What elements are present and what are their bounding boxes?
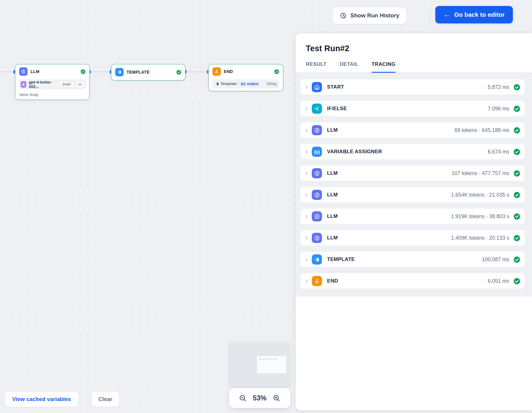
trace-row-end[interactable]: END 6.051 ms [300,273,525,289]
trace-row-llm-1[interactable]: LLM 69 tokens · 645.188 ms [300,122,525,138]
llm-icon [312,168,322,178]
trace-row-meta: 6.674 ms [488,149,509,155]
success-check-icon [513,256,520,263]
chevron-right-icon[interactable] [304,149,309,154]
llm-node-icon [19,67,28,76]
chevron-right-icon[interactable] [304,214,309,219]
trace-row-llm-4[interactable]: LLM 1.919K tokens · 38.803 s [300,209,525,224]
back-arrow-icon: ← [443,11,450,18]
show-run-history-label: Show Run History [350,12,399,19]
node-llm[interactable]: LLM ✻ gpt-4-turbo-202... CHAT Write Body [15,64,90,100]
edge-template-end [186,72,208,72]
template-icon [312,254,322,265]
trace-row-meta: 6.051 ms [488,278,509,284]
llm-icon [312,125,322,135]
zoom-controls: 53% [229,388,290,408]
trace-row-label: LLM [327,235,451,241]
trace-row-llm-5[interactable]: LLM 1.409K tokens · 20.133 s [300,230,525,246]
start-icon [312,82,322,92]
success-check-icon [513,127,520,134]
chevron-right-icon[interactable] [304,85,309,90]
trace-row-meta: 1.919K tokens · 38.803 s [451,213,509,220]
success-check-icon [513,278,520,285]
success-check-icon [513,192,520,198]
topbar-divider [430,10,430,21]
chevron-right-icon[interactable] [304,192,309,198]
view-cached-variables-label: View cached variables [12,396,71,403]
run-result-panel: Test Run#2 RESULT DETAIL TRACING START 5… [296,33,532,410]
canvas-minimap[interactable] [229,342,290,386]
llm-node-title: LLM [31,69,77,74]
trace-row-start[interactable]: START 5.872 ms [300,79,525,95]
trace-row-llm-2[interactable]: LLM 107 tokens · 477.757 ms [300,165,525,181]
template-node-icon [115,68,124,76]
tab-result[interactable]: RESULT [306,61,326,73]
trace-row-label: TEMPLATE [327,256,482,262]
end-var-type: String [267,82,276,86]
trace-row-meta: 100.087 ms [482,256,509,263]
trace-row-meta: 7.096 ms [488,106,509,112]
run-history-clock-icon [340,12,347,19]
template-success-icon [176,70,181,75]
chevron-right-icon[interactable] [304,257,309,262]
trace-row-llm-3[interactable]: LLM 1.654K tokens · 21.035 s [300,187,525,203]
show-run-history-button[interactable]: Show Run History [333,7,406,24]
tracing-list: START 5.872 ms IF/ELSE 7.096 ms LLM 69 t… [296,73,532,297]
view-cached-variables-button[interactable]: View cached variables [5,392,78,407]
go-back-label: Go back to editor [454,11,505,18]
llm-success-icon [80,69,86,74]
panel-tabs: RESULT DETAIL TRACING [296,61,532,73]
end-icon [312,276,322,286]
trace-row-meta: 1.409K tokens · 20.133 s [451,235,509,241]
success-check-icon [513,148,520,155]
chevron-right-icon[interactable] [304,279,309,284]
chevron-right-icon[interactable] [304,236,309,241]
minimap-viewport[interactable] [257,356,286,373]
go-back-to-editor-button[interactable]: ← Go back to editor [435,6,513,23]
minimap-nodes [259,359,277,360]
zoom-level: 53% [253,394,267,402]
trace-row-template[interactable]: TEMPLATE 100.087 ms [300,252,525,267]
llm-node-description: Write Body [19,92,85,97]
success-check-icon [513,105,520,112]
trace-row-ifelse[interactable]: IF/ELSE 7.096 ms [300,101,525,116]
trace-row-meta: 107 tokens · 477.757 ms [452,170,509,177]
edge-into-llm [0,72,15,72]
trace-row-variable-assigner[interactable]: {x} VARIABLE ASSIGNER 6.674 ms [300,144,525,160]
node-end[interactable]: END Template / {x} output String [208,64,283,91]
end-success-icon [274,69,279,74]
trace-row-meta: 1.654K tokens · 21.035 s [451,192,509,198]
llm-model-pill: ✻ gpt-4-turbo-202... CHAT [19,79,86,89]
if-else-icon [312,104,322,114]
variable-x-icon: {x} [241,82,245,86]
chevron-right-icon[interactable] [304,128,309,133]
llm-icon [312,233,322,243]
end-var-source: Template [221,82,237,86]
clear-button[interactable]: Clear [92,392,119,407]
node-template[interactable]: TEMPLATE [111,64,186,81]
template-mini-icon [215,82,219,86]
zoom-out-icon[interactable] [239,394,247,402]
trace-row-label: END [327,278,488,284]
success-check-icon [513,213,520,220]
trace-row-label: LLM [327,170,452,176]
llm-icon [312,211,322,221]
end-variable-row: Template / {x} output String [212,79,279,88]
tab-detail[interactable]: DETAIL [340,61,358,73]
tab-tracing[interactable]: TRACING [372,61,396,73]
chevron-right-icon[interactable] [304,171,309,176]
zoom-in-icon[interactable] [273,394,281,402]
run-title: Test Run#2 [306,44,532,53]
llm-icon [312,190,322,200]
chevron-right-icon[interactable] [304,106,309,111]
variable-assigner-icon: {x} [312,147,322,157]
edge-llm-template [90,72,111,72]
trace-row-label: LLM [327,192,451,198]
vision-eye-icon [76,81,84,88]
trace-row-label: IF/ELSE [327,106,488,112]
clear-label: Clear [98,396,112,403]
end-node-title: END [224,69,271,74]
trace-row-meta: 69 tokens · 645.188 ms [455,127,509,133]
chat-badge: CHAT [60,81,74,87]
trace-row-label: VARIABLE ASSIGNER [327,149,488,155]
